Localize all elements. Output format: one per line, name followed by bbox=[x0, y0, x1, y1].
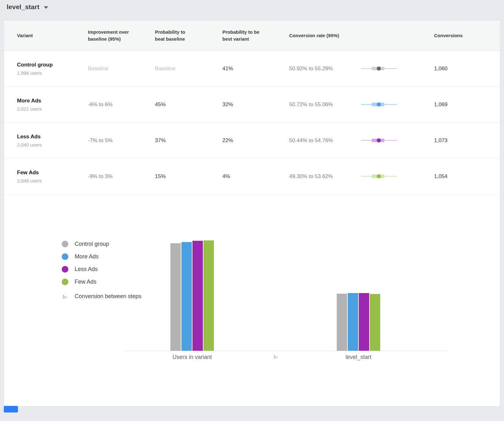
chart-legend: Control group More Ads Less Ads Few Ads bbox=[62, 241, 141, 300]
conversion-rate-cell: 50.92% to 55.29% bbox=[289, 66, 434, 72]
legend-label: Few Ads bbox=[75, 279, 96, 285]
legend-label: Control group bbox=[75, 241, 109, 247]
variant-cell: Control group 1,996 users bbox=[17, 62, 88, 76]
legend-item-less-ads: Less Ads bbox=[62, 266, 141, 273]
column-header-variant: Variant bbox=[17, 32, 88, 39]
experiment-results-card: Variant Improvement over baseline (95%) … bbox=[4, 20, 500, 407]
x-axis-label-level-start: level_start bbox=[346, 354, 371, 360]
variant-name: Control group bbox=[17, 62, 88, 68]
bar-more-ads-users-in-variant[interactable] bbox=[181, 242, 192, 351]
prob-best-value: 4% bbox=[222, 173, 289, 180]
conversion-between-steps-icon bbox=[274, 354, 278, 360]
legend-item-control-group: Control group bbox=[62, 241, 141, 247]
interval-dot bbox=[377, 174, 381, 178]
confidence-interval-chart bbox=[361, 138, 397, 143]
bar-less-ads-users-in-variant[interactable] bbox=[192, 241, 203, 351]
variant-name: More Ads bbox=[17, 98, 88, 104]
table-header: Variant Improvement over baseline (95%) … bbox=[4, 20, 500, 51]
bar-control-group-users-in-variant[interactable] bbox=[170, 243, 181, 351]
bar-more-ads-level-start[interactable] bbox=[348, 293, 358, 351]
improvement-value: -6% to 6% bbox=[88, 101, 155, 108]
conversion-rate-cell: 49.30% to 53.62% bbox=[289, 173, 434, 180]
bar-group-level-start bbox=[337, 293, 380, 351]
bar-control-group-level-start[interactable] bbox=[337, 294, 347, 351]
legend-item-few-ads: Few Ads bbox=[62, 279, 141, 285]
bar-group-users-in-variant bbox=[170, 240, 214, 351]
prob-beat-value: 15% bbox=[155, 173, 222, 180]
conversion-rate-cell: 50.44% to 54.76% bbox=[289, 137, 434, 144]
interval-dot bbox=[377, 102, 381, 107]
prob-best-value: 32% bbox=[222, 101, 289, 108]
funnel-bar-chart: Control group More Ads Less Ads Few Ads bbox=[4, 194, 500, 407]
variant-cell: Few Ads 2,048 users bbox=[17, 170, 88, 183]
variant-users: 2,021 users bbox=[17, 106, 88, 112]
column-header-improvement: Improvement over baseline (95%) bbox=[88, 29, 155, 43]
conversions-value: 1,073 bbox=[434, 137, 490, 144]
x-axis-label-users-in-variant: Users in variant bbox=[172, 354, 212, 360]
conversion-rate-cell: 50.72% to 55.06% bbox=[289, 101, 434, 108]
variant-name: Less Ads bbox=[17, 134, 88, 140]
confidence-interval-chart bbox=[361, 66, 397, 71]
legend-item-more-ads: More Ads bbox=[62, 253, 141, 260]
column-header-conversion-rate: Conversion rate (95%) bbox=[289, 32, 434, 39]
event-selector-label: level_start bbox=[7, 3, 39, 11]
legend-dot-few-ads bbox=[62, 279, 68, 285]
column-header-prob-beat: Probability to beat baseline bbox=[155, 29, 222, 43]
conversion-rate-range: 50.44% to 54.76% bbox=[289, 137, 361, 144]
conversion-rate-range: 50.92% to 55.29% bbox=[289, 66, 361, 72]
prob-beat-value: Baseline bbox=[155, 66, 222, 72]
table-row-more-ads: More Ads 2,021 users -6% to 6% 45% 32% 5… bbox=[4, 87, 500, 123]
table-row-less-ads: Less Ads 2,040 users -7% to 5% 37% 22% 5… bbox=[4, 123, 500, 159]
bar-few-ads-users-in-variant[interactable] bbox=[203, 240, 214, 351]
conversions-value: 1,060 bbox=[434, 66, 490, 72]
conversion-between-steps-icon bbox=[62, 294, 68, 299]
conversion-rate-range: 49.30% to 53.62% bbox=[289, 173, 361, 180]
legend-label: Conversion between steps bbox=[75, 293, 141, 300]
legend-item-conversion-steps: Conversion between steps bbox=[62, 293, 141, 300]
interval-dot bbox=[377, 138, 381, 142]
conversion-rate-range: 50.72% to 55.06% bbox=[289, 101, 361, 108]
variant-users: 1,996 users bbox=[17, 70, 88, 76]
prob-beat-value: 37% bbox=[155, 137, 222, 144]
event-selector-dropdown[interactable]: level_start bbox=[7, 3, 48, 11]
conversions-value: 1,054 bbox=[434, 173, 490, 180]
prob-best-value: 41% bbox=[222, 66, 289, 72]
bar-few-ads-level-start[interactable] bbox=[370, 294, 380, 351]
improvement-value: -7% to 5% bbox=[88, 137, 155, 144]
improvement-value: Baseline bbox=[88, 66, 155, 72]
legend-label: Less Ads bbox=[75, 266, 98, 273]
conversions-value: 1,069 bbox=[434, 101, 490, 108]
legend-dot-control-group bbox=[62, 241, 68, 247]
confidence-interval-chart bbox=[361, 174, 397, 179]
prob-beat-value: 45% bbox=[155, 101, 222, 108]
table-row-few-ads: Few Ads 2,048 users -9% to 3% 15% 4% 49.… bbox=[4, 159, 500, 194]
legend-dot-less-ads bbox=[62, 266, 68, 273]
table-row-control-group: Control group 1,996 users Baseline Basel… bbox=[4, 51, 500, 87]
bar-less-ads-level-start[interactable] bbox=[359, 293, 369, 351]
variant-name: Few Ads bbox=[17, 170, 88, 176]
prob-best-value: 22% bbox=[222, 137, 289, 144]
legend-dot-more-ads bbox=[62, 253, 68, 260]
cutoff-blue-element[interactable] bbox=[4, 406, 18, 412]
legend-label: More Ads bbox=[75, 253, 99, 260]
interval-dot bbox=[377, 66, 381, 71]
improvement-value: -9% to 3% bbox=[88, 173, 155, 180]
column-header-prob-best: Probability to be best variant bbox=[222, 29, 289, 43]
variant-cell: More Ads 2,021 users bbox=[17, 98, 88, 112]
variant-users: 2,048 users bbox=[17, 178, 88, 183]
variant-users: 2,040 users bbox=[17, 142, 88, 147]
confidence-interval-chart bbox=[361, 102, 397, 107]
chevron-down-icon bbox=[44, 6, 48, 9]
column-header-conversions: Conversions bbox=[434, 32, 490, 39]
variant-cell: Less Ads 2,040 users bbox=[17, 134, 88, 147]
x-axis-line bbox=[125, 351, 449, 351]
